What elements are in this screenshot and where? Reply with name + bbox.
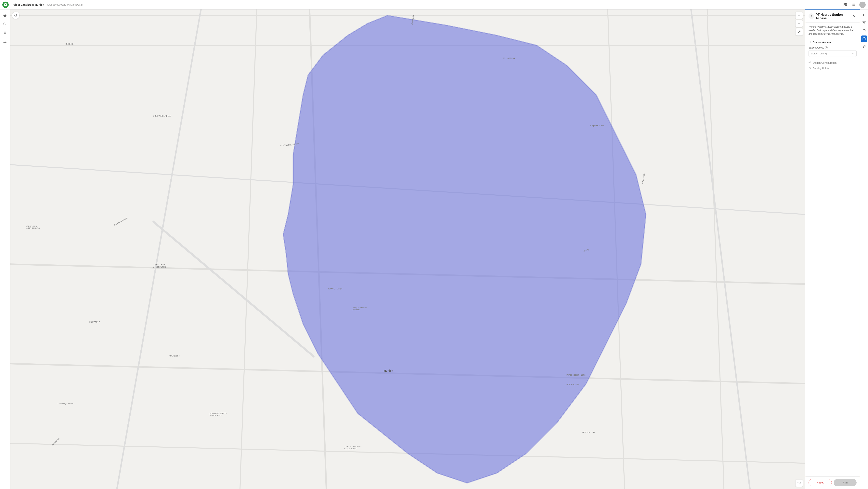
map-search-button[interactable] [12, 12, 19, 19]
topbar: Project Landkreis Munich Last Saved: 02:… [0, 0, 217, 9]
sidebar-item-layers[interactable] [1, 12, 8, 19]
map-container[interactable]: SCHWABING English Garden OBERWIESENFELD … [10, 9, 217, 122]
svg-line-9 [5, 25, 6, 25]
svg-line-36 [17, 16, 17, 17]
svg-rect-20 [10, 9, 217, 122]
last-saved: Last Saved: 02:11 PM 28/03/2024 [47, 3, 83, 6]
sidebar-item-search[interactable] [1, 21, 8, 28]
left-sidebar [0, 9, 10, 122]
map-background [10, 9, 217, 122]
sidebar-item-chart[interactable] [1, 38, 8, 45]
project-title: Project Landkreis Munich [11, 3, 44, 6]
app-logo [2, 2, 9, 8]
svg-point-8 [4, 23, 6, 25]
svg-point-35 [14, 14, 17, 17]
sidebar-item-list[interactable] [1, 29, 8, 36]
